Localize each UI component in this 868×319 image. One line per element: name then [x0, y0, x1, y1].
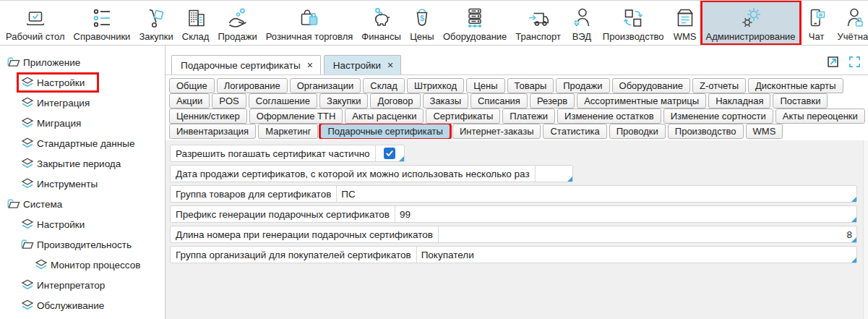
settings-tab[interactable]: Инвентаризация [169, 124, 256, 139]
settings-tab[interactable]: POS [212, 93, 246, 109]
settings-tab[interactable]: Договор [370, 93, 420, 109]
sidebar-item-wrap: Миграция [20, 116, 84, 130]
form-row: Группа товаров для сертификатовПС [170, 185, 857, 203]
sidebar-item[interactable]: Инструменты [0, 174, 165, 194]
text-input[interactable]: Покупатели [416, 247, 856, 263]
text-input[interactable] [535, 166, 572, 182]
toolbar-item-warehouse[interactable]: Склад [178, 1, 214, 44]
toolbar-item-desktop[interactable]: Рабочий стол [1, 1, 69, 44]
form-icon [21, 97, 34, 109]
settings-tab[interactable]: Изменение сортности [663, 109, 773, 124]
toolbar-item-label: WMS [674, 31, 697, 42]
text-input[interactable]: 99 [395, 206, 856, 222]
sidebar-item[interactable]: Система [0, 194, 165, 214]
toolbar-item-ved[interactable]: ВЭД [565, 1, 598, 44]
settings-tab[interactable]: Общие [169, 78, 215, 93]
sidebar-item[interactable]: Интерпретатор [0, 275, 165, 295]
field-value: Покупатели [417, 250, 478, 260]
toolbar-item-sales[interactable]: Продажи [213, 1, 261, 44]
settings-tab[interactable]: WMS [746, 124, 783, 139]
purchases-icon [144, 5, 168, 31]
settings-tab[interactable]: Маркетинг [258, 124, 318, 139]
settings-tab[interactable]: Оформление ТТН [249, 109, 343, 124]
settings-tab[interactable]: Дисконтные карты [748, 78, 843, 93]
fullscreen-icon[interactable] [848, 55, 861, 69]
toolbar-item-prices[interactable]: $Цены [405, 1, 439, 44]
settings-tab[interactable]: Акты переоценки [775, 109, 865, 124]
finance-icon [369, 5, 394, 31]
sidebar-item[interactable]: Закрытие периода [0, 153, 165, 174]
sidebar-item[interactable]: Обслуживание [0, 295, 165, 315]
settings-tab[interactable]: Интернет-заказы [452, 124, 541, 139]
doc-tab[interactable]: Настройки× [324, 55, 401, 75]
toolbar-item-account[interactable]: Учётная [833, 1, 868, 44]
settings-tab[interactable]: Изменение остатков [557, 109, 661, 124]
settings-tab[interactable]: Склад [363, 78, 405, 93]
settings-tab[interactable]: Ассортиментные матрицы [577, 93, 706, 109]
sidebar-item-label: Настройки [37, 219, 85, 230]
toolbar-item-transport[interactable]: Транспорт [511, 1, 565, 44]
settings-tab[interactable]: Акции [169, 93, 210, 109]
settings-tab[interactable]: Резерв [530, 93, 575, 109]
open-in-window-icon[interactable] [826, 55, 840, 69]
toolbar-item-directories[interactable]: Справочники [69, 1, 135, 44]
sidebar-item[interactable]: Миграция [0, 113, 165, 133]
close-icon[interactable]: × [307, 60, 313, 70]
sidebar-item[interactable]: Настройки [0, 72, 165, 93]
settings-tab[interactable]: Продажи [556, 78, 609, 93]
close-icon[interactable]: × [387, 60, 393, 70]
settings-tab[interactable]: Штрихкод [407, 78, 464, 93]
toolbar-item-chat[interactable]: Чат [800, 1, 833, 44]
settings-tab[interactable]: Z-отчеты [692, 78, 746, 93]
checkbox[interactable] [384, 148, 395, 159]
settings-tab[interactable]: Цены [466, 78, 504, 93]
settings-tab[interactable]: Сертификаты [426, 109, 500, 124]
settings-tab[interactable]: Поставки [773, 93, 828, 109]
toolbar-item-label: Производство [603, 31, 664, 42]
settings-tab[interactable]: Подарочные сертификаты [320, 124, 450, 139]
doc-tab[interactable]: Подарочные сертификаты× [171, 55, 321, 75]
sidebar-item-label: Производительность [37, 239, 132, 250]
toolbar-item-label: Справочники [74, 31, 131, 42]
settings-tab[interactable]: Ценник/стикер [169, 109, 247, 124]
settings-form: Разрешить погашать сертификат частичноДа… [166, 140, 868, 319]
toolbar-item-administration[interactable]: Администрирование [702, 1, 800, 44]
production-icon [621, 5, 645, 31]
server-icon [463, 5, 487, 31]
toolbar-item-equipment[interactable]: Оборудование [439, 1, 511, 44]
settings-tab[interactable]: Логирование [217, 78, 288, 93]
retail-icon [297, 5, 322, 31]
toolbar-item-purchases[interactable]: Закупки [134, 1, 177, 44]
settings-tab[interactable]: Накладная [708, 93, 770, 109]
settings-tab[interactable]: Соглашение [249, 93, 317, 109]
sidebar-item[interactable]: Настройки [0, 214, 165, 234]
toolbar-item-finance[interactable]: Финансы [357, 1, 405, 44]
text-input[interactable]: 8 [438, 226, 856, 242]
sidebar-item[interactable]: Приложение [0, 52, 165, 72]
toolbar-item-production[interactable]: Производство [598, 1, 669, 44]
vertical-scrollbar[interactable] [863, 140, 868, 319]
sidebar-item[interactable]: Монитор процессов [0, 255, 165, 275]
settings-tab[interactable]: Проводки [609, 124, 666, 139]
settings-tab[interactable]: Производство [668, 124, 744, 139]
settings-tab[interactable]: Организации [290, 78, 361, 93]
settings-tab[interactable]: Оборудование [612, 78, 690, 93]
sidebar-item[interactable]: Интеграция [0, 93, 165, 113]
checkbox-field[interactable] [375, 145, 404, 161]
toolbar-item-retail[interactable]: Розничная торговля [262, 1, 358, 44]
sidebar-item[interactable]: Производительность [0, 234, 165, 255]
text-input[interactable]: ПС [336, 186, 856, 202]
settings-tab[interactable]: Заказы [423, 93, 468, 109]
settings-tab[interactable]: Акты расценки [345, 109, 424, 124]
settings-tab[interactable]: Статистика [543, 124, 606, 139]
toolbar-item-label: Оборудование [443, 31, 507, 42]
form-icon [21, 117, 34, 129]
svg-text:$: $ [420, 14, 424, 22]
settings-tab[interactable]: Платежи [502, 109, 555, 124]
settings-tab[interactable]: Списания [470, 93, 528, 109]
sidebar-item[interactable]: Стандартные данные [0, 133, 165, 153]
sidebar-item-wrap: Система [6, 197, 65, 211]
settings-tab[interactable]: Товары [507, 78, 554, 93]
settings-tab[interactable]: Закупки [319, 93, 368, 109]
toolbar-item-wms[interactable]: WMS [669, 1, 702, 44]
